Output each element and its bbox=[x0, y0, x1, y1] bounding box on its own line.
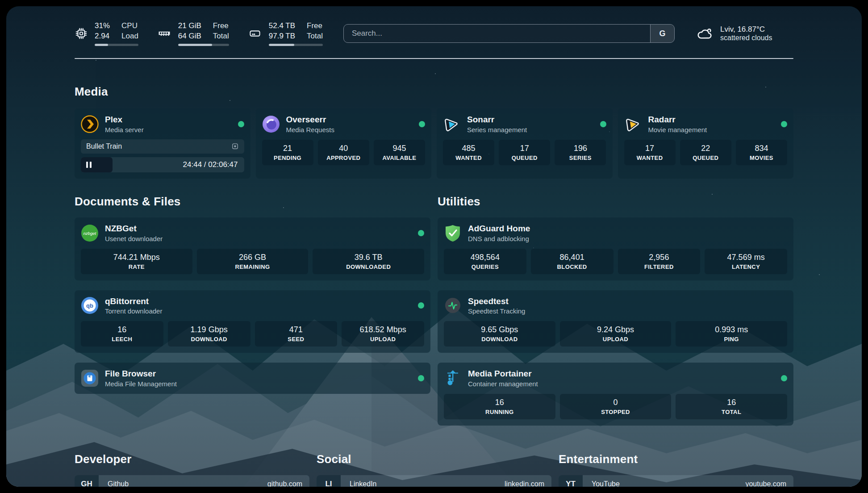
app-name: Radarr bbox=[648, 115, 707, 125]
dashboard-screen: 31% 2.94 CPU Load bbox=[6, 6, 862, 487]
bookmark-abbr: GH bbox=[75, 475, 99, 487]
memory-free-value: 21 GiB bbox=[178, 21, 201, 31]
documents-column: Documents & Files nzbget bbox=[75, 195, 430, 426]
search-engine-button[interactable]: G bbox=[650, 25, 674, 42]
stat-download: 1.19 Gbps DOWNLOAD bbox=[168, 321, 250, 347]
cpu-progress-bar bbox=[95, 44, 138, 46]
speedtest-card[interactable]: Speedtest Speedtest Tracking 9.65 Gbps D… bbox=[438, 290, 793, 353]
disk-free-value: 52.4 TB bbox=[269, 21, 295, 31]
app-name: Overseerr bbox=[286, 115, 334, 125]
cpu-load-value: 2.94 bbox=[95, 31, 110, 42]
section-title-documents: Documents & Files bbox=[75, 195, 430, 209]
disk-icon bbox=[248, 27, 262, 40]
stat-series: 196 SERIES bbox=[555, 140, 606, 165]
stat-leech: 16 LEECH bbox=[81, 321, 163, 347]
disk-stat-widget: 52.4 TB 97.9 TB Free Total bbox=[248, 21, 323, 46]
app-description: Usenet downloader bbox=[105, 235, 163, 242]
stat-upload: 9.24 Gbps UPLOAD bbox=[560, 321, 672, 347]
pause-icon[interactable] bbox=[86, 162, 92, 168]
memory-total-label: Total bbox=[213, 31, 229, 42]
stat-wanted: 485 WANTED bbox=[443, 140, 494, 165]
plex-icon bbox=[81, 115, 99, 133]
bookmark-name: YouTube bbox=[583, 475, 629, 487]
svg-text:nzbget: nzbget bbox=[83, 230, 96, 235]
stat-download: 9.65 Gbps DOWNLOAD bbox=[444, 321, 555, 347]
app-description: Torrent downloader bbox=[105, 307, 162, 315]
bookmark-name: LinkedIn bbox=[341, 475, 386, 487]
bookmark-group-developer: Developer GH Github github.com SO StackO… bbox=[75, 452, 309, 487]
stat-queries: 498,564 QUERIES bbox=[444, 249, 526, 274]
plex-progress-bar[interactable]: 24:44 / 02:06:47 bbox=[81, 157, 244, 172]
memory-icon bbox=[157, 27, 171, 40]
stat-total: 16 TOTAL bbox=[676, 394, 787, 419]
sonarr-card[interactable]: Sonarr Series management 485 WANTED 17 Q… bbox=[437, 109, 613, 179]
qbittorrent-icon: qb bbox=[81, 297, 99, 314]
section-title-utilities: Utilities bbox=[438, 195, 793, 209]
stat-latency: 47.569 ms LATENCY bbox=[705, 249, 787, 274]
now-playing-title: Bullet Train bbox=[86, 142, 122, 150]
bookmark-domain: youtube.com bbox=[745, 475, 793, 487]
filebrowser-card[interactable]: File Browser Media File Management bbox=[75, 363, 430, 394]
cloud-icon bbox=[695, 25, 714, 42]
bookmark-group-entertainment: Entertainment YT YouTube youtube.com NF … bbox=[559, 452, 793, 487]
status-dot bbox=[418, 230, 424, 236]
app-name: Speedtest bbox=[468, 297, 525, 307]
stat-queued: 22 QUEUED bbox=[680, 140, 731, 165]
filebrowser-icon bbox=[81, 369, 99, 387]
speedtest-icon bbox=[444, 297, 462, 314]
status-dot bbox=[418, 302, 424, 309]
stat-downloaded: 39.6 TB DOWNLOADED bbox=[313, 249, 424, 274]
bookmark-youtube[interactable]: YT YouTube youtube.com bbox=[559, 475, 793, 487]
memory-stat-widget: 21 GiB 64 GiB Free Total bbox=[157, 21, 229, 46]
app-description: Media Requests bbox=[286, 126, 334, 134]
stat-available: 945 AVAILABLE bbox=[374, 140, 425, 165]
plex-card[interactable]: Plex Media server Bullet Train bbox=[75, 109, 250, 179]
system-stats-group: 31% 2.94 CPU Load bbox=[75, 21, 323, 46]
stat-pending: 21 PENDING bbox=[262, 140, 313, 165]
cpu-load-label: Load bbox=[121, 31, 138, 42]
bookmark-github[interactable]: GH Github github.com bbox=[75, 475, 309, 487]
bookmark-abbr: YT bbox=[559, 475, 583, 487]
app-name: qBittorrent bbox=[105, 297, 162, 307]
portainer-card[interactable]: Media Portainer Container management 16 … bbox=[438, 363, 793, 426]
playback-time: 24:44 / 02:06:47 bbox=[183, 160, 244, 169]
stat-upload: 618.52 Mbps UPLOAD bbox=[342, 321, 424, 347]
search-bar: G bbox=[343, 24, 675, 43]
adguard-icon bbox=[444, 224, 462, 242]
adguard-card[interactable]: AdGuard Home DNS and adblocking 498,564 … bbox=[438, 217, 793, 280]
app-description: Speedtest Tracking bbox=[468, 307, 525, 315]
memory-progress-bar bbox=[178, 44, 229, 46]
sonarr-icon bbox=[443, 115, 461, 133]
app-name: NZBGet bbox=[105, 224, 163, 234]
overseerr-icon bbox=[262, 115, 280, 133]
app-description: Container management bbox=[468, 380, 538, 388]
weather-condition: scattered clouds bbox=[720, 34, 772, 42]
stat-blocked: 86,401 BLOCKED bbox=[531, 249, 613, 274]
memory-total-value: 64 GiB bbox=[178, 31, 201, 42]
bookmark-linkedin[interactable]: LI LinkedIn linkedin.com bbox=[317, 475, 551, 487]
section-title-entertainment: Entertainment bbox=[559, 452, 793, 466]
cpu-usage-value: 31% bbox=[95, 21, 110, 31]
stat-ping: 0.993 ms PING bbox=[676, 321, 787, 347]
radarr-card[interactable]: Radarr Movie management 17 WANTED 22 QUE… bbox=[618, 109, 794, 179]
nzbget-card[interactable]: nzbget NZBGet Usenet downloader 74 bbox=[75, 217, 430, 280]
plex-now-playing-row: Bullet Train bbox=[81, 139, 244, 154]
app-description: DNS and adblocking bbox=[468, 235, 530, 242]
utilities-column: Utilities bbox=[438, 195, 793, 426]
disk-free-label: Free bbox=[307, 21, 323, 31]
cpu-stat-widget: 31% 2.94 CPU Load bbox=[75, 21, 138, 46]
stat-remaining: 266 GB REMAINING bbox=[197, 249, 309, 274]
app-description: Media server bbox=[105, 126, 144, 134]
disk-total-value: 97.9 TB bbox=[269, 31, 295, 42]
stat-movies: 834 MOVIES bbox=[736, 140, 787, 165]
overseerr-card[interactable]: Overseerr Media Requests 21 PENDING 40 A… bbox=[256, 109, 432, 179]
qbittorrent-card[interactable]: qb qBittorrent Torrent downloader bbox=[75, 290, 430, 353]
bookmark-group-social: Social LI LinkedIn linkedin.com TW Twitt… bbox=[317, 452, 551, 487]
nzbget-icon: nzbget bbox=[81, 224, 99, 242]
search-input[interactable] bbox=[344, 25, 650, 42]
bookmark-domain: github.com bbox=[267, 475, 309, 487]
status-dot bbox=[781, 121, 787, 127]
status-dot bbox=[419, 121, 425, 127]
app-name: AdGuard Home bbox=[468, 224, 530, 234]
section-title-developer: Developer bbox=[75, 452, 309, 466]
